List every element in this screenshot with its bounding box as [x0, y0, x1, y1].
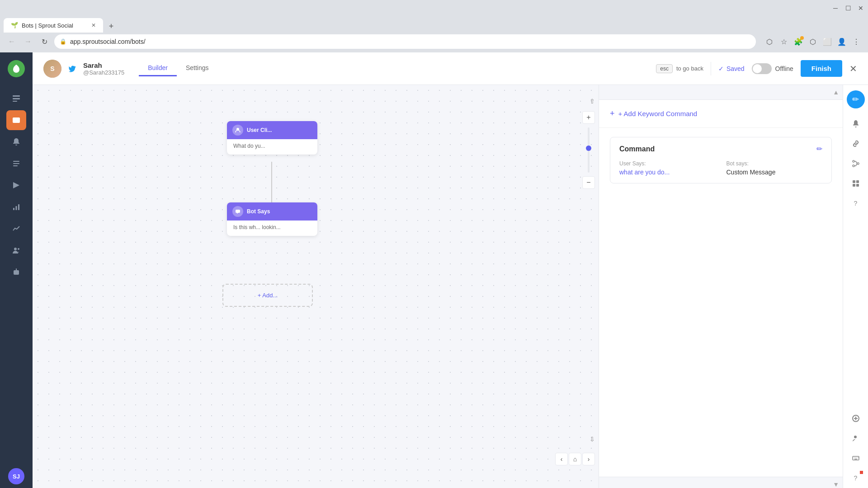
- title-bar: ─ ☐ ✕: [0, 0, 868, 16]
- divider: [711, 62, 711, 75]
- extension-icon[interactable]: 🧩: [792, 35, 805, 48]
- panel-icon-add-circle[interactable]: [848, 410, 864, 427]
- finish-button[interactable]: Finish: [801, 60, 842, 77]
- help-badge: [860, 471, 863, 474]
- scroll-up[interactable]: ⇧: [586, 94, 599, 108]
- settings-tab[interactable]: Settings: [177, 61, 218, 76]
- panel-icon-flow[interactable]: [848, 155, 864, 172]
- panel-spacer: [599, 192, 843, 477]
- nav-left-button[interactable]: ‹: [555, 453, 568, 465]
- panel-icon-help2[interactable]: ?: [848, 470, 864, 486]
- panel-scroll-up-arrow[interactable]: ▲: [833, 89, 839, 96]
- saved-badge: ✓ Saved: [718, 65, 745, 72]
- builder-tab[interactable]: Builder: [139, 61, 177, 76]
- tab-close-button[interactable]: ✕: [91, 22, 96, 28]
- close-button[interactable]: ✕: [849, 63, 857, 74]
- fab-button[interactable]: ✏: [847, 90, 865, 108]
- zoom-out-button[interactable]: −: [582, 176, 595, 189]
- zoom-slider[interactable]: [588, 127, 590, 173]
- panel-scroll-down-arrow[interactable]: ▼: [833, 481, 839, 488]
- svg-point-21: [238, 211, 239, 212]
- sidebar-nav: [6, 85, 26, 465]
- edit-command-button[interactable]: ✏: [816, 145, 822, 153]
- puzzle-icon[interactable]: ⬡: [807, 35, 819, 48]
- sidebar-item-notifications[interactable]: [6, 132, 26, 152]
- forward-button[interactable]: →: [22, 35, 34, 48]
- add-keyword-plus-icon: +: [610, 109, 615, 118]
- add-step-card[interactable]: + Add...: [222, 284, 313, 307]
- panel-icon-help[interactable]: ?: [848, 195, 864, 211]
- zoom-controls: + −: [579, 108, 599, 192]
- user-click-card[interactable]: User Cli... What do yu...: [227, 121, 317, 155]
- panel-icon-keyboard[interactable]: [848, 450, 864, 466]
- command-title: Command: [619, 145, 655, 153]
- user-click-header: User Cli...: [247, 127, 272, 133]
- add-keyword-label: + Add Keyword Command: [618, 110, 698, 117]
- app-layout: SJ S Sarah @Sarah233175 Builder Settings…: [0, 52, 868, 488]
- sidebar-item-bots[interactable]: [6, 262, 26, 282]
- lock-icon: 🔒: [60, 38, 66, 45]
- svg-rect-15: [15, 274, 17, 274]
- connector-line: [271, 162, 272, 202]
- sidebar-item-inbox[interactable]: [6, 110, 26, 130]
- bot-says-col: Bot says: Custom Message: [726, 160, 823, 176]
- user-avatar: S: [43, 60, 61, 78]
- tab-bar: 🌱 Bots | Sprout Social ✕ +: [0, 16, 868, 33]
- layout-icon[interactable]: ⬜: [821, 35, 834, 48]
- zoom-thumb: [586, 145, 591, 151]
- panel-icon-grid[interactable]: [848, 175, 864, 192]
- menu-icon[interactable]: ⋮: [850, 35, 863, 48]
- offline-switch[interactable]: [752, 63, 772, 74]
- bookmark-icon[interactable]: ☆: [778, 35, 790, 48]
- sprout-logo-icon[interactable]: [8, 60, 25, 77]
- scroll-down[interactable]: ⇩: [586, 432, 599, 446]
- offline-toggle: Offline: [752, 63, 793, 74]
- add-step-label: + Add...: [258, 292, 278, 299]
- sidebar-item-analytics-line[interactable]: [6, 219, 26, 239]
- bot-says-icon: [232, 206, 243, 217]
- profile-icon[interactable]: 👤: [835, 35, 848, 48]
- left-sidebar: SJ: [0, 52, 33, 488]
- refresh-button[interactable]: ↻: [38, 35, 51, 48]
- svg-rect-1: [13, 98, 20, 99]
- svg-rect-31: [853, 456, 859, 460]
- panel-icon-add-user[interactable]: [848, 430, 864, 446]
- cast-icon[interactable]: ⬡: [763, 35, 776, 48]
- active-tab[interactable]: 🌱 Bots | Sprout Social ✕: [4, 18, 103, 33]
- address-bar[interactable]: 🔒 app.sproutsocial.com/bots/: [54, 34, 756, 49]
- svg-rect-28: [856, 184, 859, 187]
- user-avatar-sidebar[interactable]: SJ: [8, 468, 24, 484]
- bot-says-label: Bot says:: [726, 160, 823, 167]
- sidebar-item-publish[interactable]: [6, 89, 26, 108]
- panel-icon-notification[interactable]: [848, 116, 864, 132]
- tab-favicon: 🌱: [11, 22, 18, 29]
- command-card-header: Command ✏: [619, 145, 822, 153]
- new-tab-button[interactable]: +: [105, 20, 118, 33]
- user-click-body: What do yu...: [227, 139, 317, 155]
- zoom-in-button[interactable]: +: [582, 111, 595, 124]
- panel-scroll-bottom: ▼: [599, 477, 843, 488]
- maximize-button[interactable]: ☐: [844, 5, 852, 12]
- svg-point-20: [236, 211, 237, 212]
- canvas-area[interactable]: User Cli... What do yu... Bot Says: [33, 85, 599, 488]
- svg-rect-2: [13, 101, 17, 102]
- sidebar-item-analytics-bar[interactable]: [6, 197, 26, 217]
- svg-rect-19: [236, 210, 240, 213]
- minimize-button[interactable]: ─: [832, 5, 839, 12]
- panel-icon-link[interactable]: [848, 136, 864, 152]
- sidebar-item-send[interactable]: [6, 175, 26, 195]
- bot-says-card[interactable]: Bot Says Is this wh... lookin...: [227, 202, 317, 236]
- svg-point-22: [853, 160, 854, 162]
- nav-right-button[interactable]: ›: [582, 453, 595, 465]
- main-content: S Sarah @Sarah233175 Builder Settings es…: [33, 52, 868, 488]
- user-handle: @Sarah233175: [83, 69, 124, 76]
- back-button[interactable]: ←: [5, 35, 18, 48]
- close-window-button[interactable]: ✕: [857, 5, 864, 12]
- address-bar-row: ← → ↻ 🔒 app.sproutsocial.com/bots/ ⬡ ☆ 🧩…: [0, 33, 868, 52]
- nav-home-button[interactable]: ⌂: [569, 453, 581, 465]
- add-keyword-row[interactable]: + + Add Keyword Command: [599, 100, 843, 128]
- sidebar-item-people[interactable]: [6, 240, 26, 260]
- url-text: app.sproutsocial.com/bots/: [70, 38, 146, 45]
- sidebar-item-tasks[interactable]: [6, 154, 26, 174]
- user-info: Sarah @Sarah233175: [83, 61, 124, 76]
